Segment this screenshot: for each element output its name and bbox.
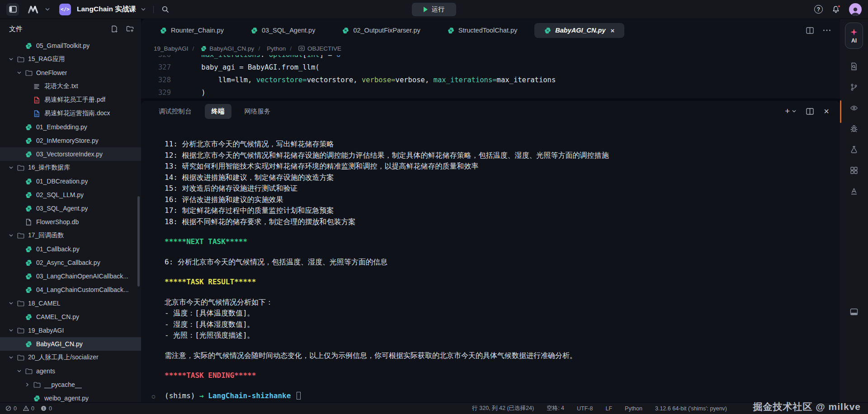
watermark: 掘金技术社区 @ milkve: [753, 400, 861, 413]
python-file-icon: [25, 192, 32, 198]
avatar[interactable]: [849, 3, 862, 16]
status-segment[interactable]: LF: [605, 405, 612, 412]
split-panel-icon[interactable]: [806, 108, 814, 115]
terminal-line: - 温度：[具体温度数值]。: [165, 308, 831, 319]
new-terminal-icon[interactable]: +: [785, 106, 796, 116]
editor-tab[interactable]: Rounter_Chain.py ×: [150, 23, 234, 38]
search-icon[interactable]: [161, 5, 170, 14]
panel-tab[interactable]: 终端: [205, 104, 231, 119]
tree-item[interactable]: __pycache__: [0, 378, 141, 391]
panel-tab[interactable]: 网络服务: [238, 104, 278, 119]
tree-item[interactable]: 15_RAG应用: [0, 52, 141, 66]
breadcrumb-item[interactable]: BabyAGI_CN.py: [189, 45, 255, 52]
breadcrumb-item[interactable]: 19_BabyAGI: [154, 45, 189, 52]
status-problem-item[interactable]: 0: [23, 405, 34, 412]
python-file-icon: [160, 27, 167, 34]
explorer-title: 文件: [9, 25, 23, 33]
tree-item[interactable]: FlowerShop.db: [0, 215, 141, 229]
project-chevron-down-icon[interactable]: [141, 8, 146, 11]
help-icon[interactable]: ?: [814, 5, 823, 14]
tree-item[interactable]: weibo_agent.py: [0, 391, 141, 402]
chevron-down-icon[interactable]: [45, 8, 50, 11]
tree-item[interactable]: CAMEL_CN.py: [0, 310, 141, 324]
bug-icon[interactable]: [850, 125, 858, 133]
folder-icon: [17, 232, 24, 239]
status-segment[interactable]: 空格: 4: [547, 405, 564, 412]
terminal-line: [165, 227, 831, 236]
code-editor[interactable]: 326 max_iterations: Optional[int] = 6 32…: [141, 55, 840, 99]
close-panel-icon[interactable]: ×: [824, 106, 829, 117]
flask-icon[interactable]: [850, 146, 858, 154]
status-segment[interactable]: 3.12.6 64-bit ('shims': pyenv): [655, 405, 727, 412]
terminal-line: *****TASK RESULT*****: [165, 277, 831, 288]
code-line: 328 llm=llm, vectorstore=vectorstore, ve…: [141, 74, 840, 86]
sidebar-scrollbar[interactable]: [137, 196, 140, 287]
tree-item[interactable]: 03_VectorstoreIndex.py: [0, 147, 141, 161]
terminal-line: ○(shims) → LangChain-shizhanke: [165, 390, 831, 402]
ai-label: AI: [851, 38, 857, 44]
tree-item[interactable]: 花语大全.txt: [0, 80, 141, 93]
project-name[interactable]: LangChain 实战课: [77, 5, 136, 14]
status-problem-item[interactable]: 1 0: [41, 405, 52, 412]
symbol-field-icon: [298, 46, 305, 51]
main-area: 文件: [0, 19, 868, 402]
panel-tab[interactable]: 调试控制台: [152, 104, 198, 119]
tree-item[interactable]: 20_人脉工具上/socializer: [0, 351, 141, 364]
tree-item[interactable]: 01_Callback.py: [0, 242, 141, 256]
bell-icon[interactable]: [832, 5, 840, 14]
new-file-icon[interactable]: [111, 25, 118, 33]
line-number: 329: [141, 86, 184, 99]
tree-item[interactable]: 16_操作数据库: [0, 161, 141, 174]
tree-item[interactable]: 02_SQL_LLM.py: [0, 188, 141, 202]
status-segment[interactable]: UTF-8: [577, 405, 593, 412]
status-problem-item[interactable]: 0: [5, 405, 17, 412]
run-button[interactable]: 运行: [412, 3, 456, 16]
tree-item[interactable]: 19_BabyAGI: [0, 324, 141, 337]
tree-item[interactable]: 18_CAMEL: [0, 296, 141, 310]
breadcrumb-item[interactable]: OBJECTIVE: [286, 45, 341, 52]
split-editor-icon[interactable]: [806, 27, 814, 34]
tree-item[interactable]: 04_LangChainCustomCallback...: [0, 283, 141, 296]
status-segment[interactable]: 行 320, 列 42 (已选择24): [472, 405, 534, 412]
tree-item[interactable]: 02_InMemoryStore.py: [0, 134, 141, 147]
more-actions-icon[interactable]: [823, 29, 831, 32]
ai-assistant-button[interactable]: AI: [845, 23, 863, 49]
python-file-icon: [544, 27, 551, 34]
terminal-line: [165, 341, 831, 350]
topbar: </> LangChain 实战课 运行 ?: [0, 0, 868, 19]
tree-item[interactable]: 17_回调函数: [0, 229, 141, 242]
editor-tab[interactable]: 03_SQL_Agent.py ×: [241, 23, 326, 38]
python-file-icon: [25, 314, 32, 320]
tab-close-icon[interactable]: ×: [611, 27, 615, 34]
sidebar-toggle-icon[interactable]: [6, 3, 19, 16]
panel-bottom-icon[interactable]: [850, 308, 858, 315]
breadcrumb-item[interactable]: Python: [254, 45, 286, 52]
extensions-grid-icon[interactable]: [850, 166, 858, 174]
tree-item[interactable]: 易速鲜花员工手册.pdf: [0, 93, 141, 107]
tree-item[interactable]: 03_SQL_Agent.py: [0, 202, 141, 215]
divider: [153, 6, 154, 13]
tree-item[interactable]: 易速鲜花运营指南.docx: [0, 107, 141, 120]
editor-tab[interactable]: StructedToolChat.py ×: [438, 23, 528, 38]
line-number: 327: [141, 61, 184, 74]
tree-item[interactable]: 01_Embedding.py: [0, 120, 141, 134]
folder-icon: [17, 327, 24, 334]
editor-tab[interactable]: 02_OutputFixParser.py ×: [332, 23, 430, 38]
status-segment[interactable]: Python: [625, 405, 642, 412]
new-folder-icon[interactable]: [126, 25, 134, 33]
breadcrumb: 19_BabyAGI BabyAGI_CN.py Python: [141, 42, 840, 55]
file-search-icon[interactable]: [850, 62, 858, 71]
app-logo-icon[interactable]: [27, 5, 40, 14]
tree-item[interactable]: 03_LangChainOpenAICallback...: [0, 269, 141, 283]
terminal-output[interactable]: 11: 分析北京市今天的气候情况，写出鲜花储存策略12: 根据北京市今天的气候情…: [141, 122, 840, 402]
git-branch-icon[interactable]: [850, 83, 858, 91]
font-format-icon[interactable]: [850, 187, 858, 195]
editor-tab[interactable]: BabyAGI_CN.py ×: [534, 23, 624, 38]
eye-icon[interactable]: [850, 104, 858, 112]
tree-item[interactable]: 01_DBCreation.py: [0, 174, 141, 188]
tree-item[interactable]: agents: [0, 364, 141, 378]
tree-item[interactable]: 05_GmailToolkit.py: [0, 39, 141, 52]
tree-item[interactable]: OneFlower: [0, 66, 141, 80]
tree-item[interactable]: 02_Async_Callback.py: [0, 256, 141, 269]
tree-item[interactable]: BabyAGI_CN.py: [0, 337, 141, 351]
